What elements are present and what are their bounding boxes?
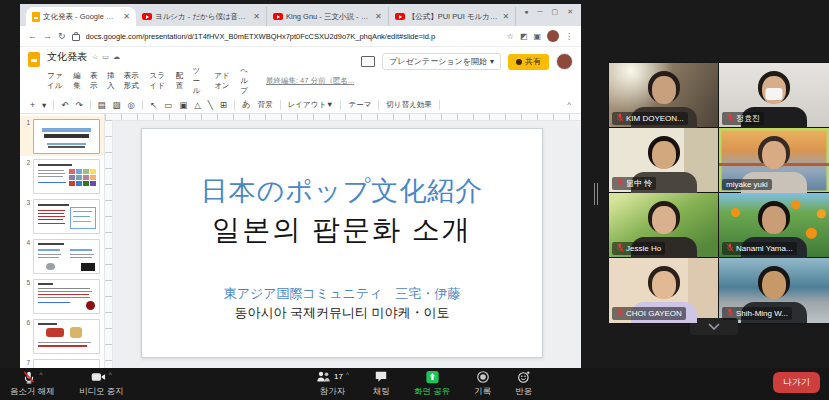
slide-thumbnail-1[interactable] <box>33 119 100 154</box>
slide-canvas[interactable]: 日本のポップ文化紹介 일본의 팝문화 소개 東アジア国際コミュニティ 三宅・伊藤… <box>105 114 581 368</box>
toolbar-button-切り替え効果[interactable]: 切り替え効果 <box>386 100 431 110</box>
toolbar-mic-muted-button[interactable]: ^음소거 해제 <box>10 370 55 398</box>
text-box-icon[interactable]: ▭ <box>164 100 172 110</box>
menu-表示形式[interactable]: 表示形式 <box>124 71 142 91</box>
tab-close-icon[interactable]: ✕ <box>375 12 382 21</box>
undo-icon[interactable]: ↶ <box>61 100 68 110</box>
chevron-up-icon[interactable]: ^ <box>39 371 42 378</box>
present-caret-icon[interactable]: ▾ <box>490 57 494 66</box>
print-icon[interactable]: ▤ <box>98 100 106 110</box>
toolbar-chat-button[interactable]: 채팅 <box>373 370 390 398</box>
browser-tab-1[interactable]: 文化発表 - Google スライド✕ <box>26 7 136 26</box>
menu-編集[interactable]: 編集 <box>73 71 82 91</box>
slide-thumbnail-7[interactable] <box>33 359 100 369</box>
menu-ツール[interactable]: ツール <box>193 66 207 96</box>
menu-アドオン[interactable]: アドオン <box>214 71 232 91</box>
account-avatar[interactable] <box>556 53 573 70</box>
tab-close-icon[interactable]: ✕ <box>253 12 260 21</box>
toolbar-button-レイアウト▼[interactable]: レイアウト▼ <box>288 100 334 110</box>
star-icon[interactable]: ☆ <box>92 53 98 61</box>
redo-icon[interactable]: ↷ <box>75 100 82 110</box>
select-cursor-icon[interactable]: ↖ <box>150 100 157 110</box>
current-slide[interactable]: 日本のポップ文化紹介 일본의 팝문화 소개 東アジア国際コミュニティ 三宅・伊藤… <box>141 128 543 358</box>
extension-icon[interactable]: ◩ <box>520 32 528 41</box>
menu-配置[interactable]: 配置 <box>176 71 185 91</box>
browser-tab-4[interactable]: 【公式】PUI PUI モルカー 第1話✕ <box>389 7 517 26</box>
leave-meeting-button[interactable]: 나가기 <box>773 372 820 393</box>
tab-close-icon[interactable]: ✕ <box>123 12 130 21</box>
toolbar-button-背景[interactable]: 背景 <box>258 100 273 110</box>
slide-title-korean[interactable]: 일본의 팝문화 소개 <box>142 211 542 249</box>
menu-挿入[interactable]: 挿入 <box>107 71 116 91</box>
chevron-up-icon[interactable]: ^ <box>346 371 349 378</box>
bookmark-star-icon[interactable]: ☆ <box>507 32 514 41</box>
paint-format-icon[interactable]: ▨ <box>113 100 121 110</box>
toolbar-video-button[interactable]: ^비디오 중지 <box>79 370 124 398</box>
cloud-status-icon[interactable]: ☁ <box>113 53 120 61</box>
minimize-button[interactable]: ─ <box>538 8 543 16</box>
collapse-menus-icon[interactable]: ^ <box>567 100 571 109</box>
video-tile-miyake-yuki[interactable]: miyake yuki <box>719 128 829 193</box>
slide-thumbnail-4[interactable] <box>33 239 100 274</box>
video-tile-choi-gayeon[interactable]: CHOI GAYEON <box>609 258 719 323</box>
toolbar-button-label: 음소거 해제 <box>10 386 55 398</box>
text-format-icon[interactable]: あ <box>242 99 251 111</box>
video-tile-nanami-yama-[interactable]: Nanami Yama... <box>719 193 829 258</box>
last-edit-status[interactable]: 最終編集: 47 分前（匿名... <box>266 76 354 86</box>
slide-thumbnail-2[interactable] <box>33 159 100 194</box>
maximize-button[interactable]: ▢ <box>552 8 559 16</box>
video-tile-shih-ming-w-[interactable]: Shih-Ming W... <box>719 258 829 323</box>
insert-comment-icon[interactable]: ⊞ <box>220 100 227 110</box>
toolbar-separator <box>378 100 379 110</box>
browser-profile-avatar[interactable] <box>547 30 559 42</box>
notification-icon[interactable]: ● <box>524 8 528 16</box>
extensions-puzzle-icon[interactable]: ▣ <box>533 32 541 41</box>
share-button[interactable]: 共有 <box>508 54 549 70</box>
browser-tab-strip: 文化発表 - Google スライド✕ヨルシカ - だから僕は音楽を辞めた✕Ki… <box>20 4 581 26</box>
collapse-videos-button[interactable] <box>690 318 738 335</box>
toolbar-button-テーマ[interactable]: テーマ <box>348 100 371 110</box>
present-display-icon[interactable] <box>361 56 375 67</box>
menu-スライド[interactable]: スライド <box>150 71 168 91</box>
insert-shape-icon[interactable]: △ <box>194 100 201 110</box>
tab-close-icon[interactable]: ✕ <box>503 12 510 21</box>
zoom-icon[interactable]: ◎ <box>128 100 135 110</box>
move-folder-icon[interactable]: ▭ <box>102 53 109 61</box>
video-tile-kim-doyeon-[interactable]: KIM DOYEON... <box>609 63 719 128</box>
toolbar-record-button[interactable]: 기록 <box>474 370 491 398</box>
slide-thumbnail-row-2: 2 <box>20 156 104 196</box>
slide-subtitle-korean[interactable]: 동아시아 국제커뮤니티 미야케・이토 <box>142 304 542 322</box>
insert-image-icon[interactable]: ▣ <box>179 100 187 110</box>
menu-kebab-icon[interactable]: ⋮ <box>565 32 573 41</box>
menu-ファイル[interactable]: ファイル <box>47 71 65 91</box>
participant-name-label: Jessie Ho <box>612 242 665 255</box>
new-slide-arrow-icon[interactable]: ▾ <box>42 100 46 110</box>
slide-subtitle-japanese[interactable]: 東アジア国際コミュニティ 三宅・伊藤 <box>142 285 542 303</box>
menu-ヘルプ[interactable]: ヘルプ <box>240 66 254 96</box>
close-button[interactable]: ✕ <box>567 8 573 16</box>
back-icon[interactable]: ← <box>28 31 37 41</box>
present-button[interactable]: プレゼンテーションを開始 ▾ <box>382 53 501 70</box>
forward-icon[interactable]: → <box>43 31 52 41</box>
video-tile-정효진[interactable]: 정효진 <box>719 63 829 128</box>
chevron-up-icon[interactable]: ^ <box>109 371 112 378</box>
video-icon: ^ <box>91 370 112 385</box>
video-tile-畠中-怜[interactable]: 畠中 怜 <box>609 128 719 193</box>
toolbar-participants-button[interactable]: 17^참가자 <box>316 370 349 398</box>
browser-tab-3[interactable]: King Gnu - 三文小説 - YouTube✕ <box>267 7 389 26</box>
document-title[interactable]: 文化発表 <box>47 50 87 64</box>
toolbar-reactions-button[interactable]: 반응 <box>515 370 532 398</box>
slide-thumbnail-3[interactable] <box>33 199 100 234</box>
reload-icon[interactable]: ↻ <box>58 31 66 41</box>
video-tile-jessie-ho[interactable]: Jessie Ho <box>609 193 719 258</box>
url-field[interactable]: docs.google.com/presentation/d/1T4fHVX_B… <box>86 32 501 41</box>
slide-thumbnail-5[interactable] <box>33 279 100 314</box>
slide-thumbnail-6[interactable] <box>33 319 100 354</box>
slide-title-japanese[interactable]: 日本のポップ文化紹介 <box>142 173 542 209</box>
browser-tab-2[interactable]: ヨルシカ - だから僕は音楽を辞めた✕ <box>136 7 267 26</box>
insert-line-icon[interactable]: ╲ <box>208 100 213 110</box>
menu-表示[interactable]: 表示 <box>90 71 99 91</box>
panel-resize-handle[interactable] <box>592 182 600 206</box>
new-slide-icon[interactable]: + <box>30 100 35 110</box>
toolbar-share-screen-button[interactable]: 화면 공유 <box>414 370 450 398</box>
